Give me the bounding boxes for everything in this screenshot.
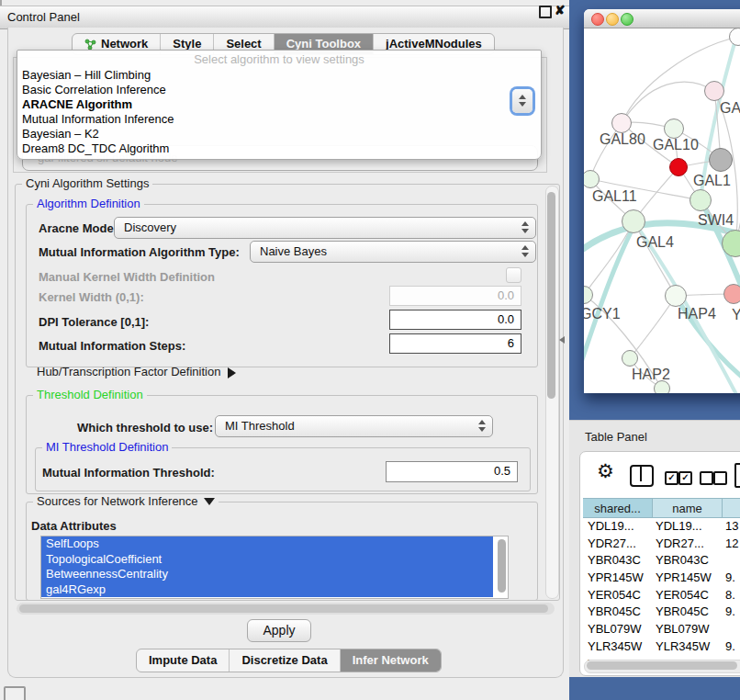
network-node[interactable] [654,380,670,393]
algorithm-combobox-stepper[interactable] [512,89,533,113]
table-row[interactable]: YBL079WYBL079W [583,621,740,638]
algorithm-dropdown-placeholder: Select algorithm to view settings [17,51,541,68]
table-cell: 9. [725,604,740,621]
algorithm-option[interactable]: Bayesian – Hill Climbing [17,68,541,83]
node-label: GAL4 [636,234,674,251]
gear-icon[interactable]: ⚙ [597,460,614,482]
data-attributes-listbox: SelfLoopsTopologicalCoefficientBetweenne… [40,536,509,599]
dpi-tolerance-label: DPI Tolerance [0,1]: [39,315,149,329]
algorithm-option[interactable]: ARACNE Algorithm [17,97,541,112]
tab-impute-data[interactable]: Impute Data [137,649,229,672]
dock-corner-button[interactable] [4,686,26,700]
table-cell: YDR27... [656,536,725,553]
table-row[interactable]: YPR145WYPR145W9. [583,570,740,587]
algorithm-option[interactable]: Mutual Information Inference [17,112,541,127]
network-node[interactable] [665,285,687,307]
table-row[interactable]: YER054CYER054C8. [583,587,740,604]
network-node[interactable] [622,209,645,233]
manual-kernel-checkbox[interactable] [506,267,521,283]
list-scrollbar[interactable] [498,539,506,593]
mi-threshold-field[interactable]: 0.5 [386,461,518,482]
close-icon[interactable]: ✘ [555,3,566,17]
node-label: GAL [720,100,740,117]
node-label: GAL1 [693,173,731,189]
column-header-partial[interactable] [723,498,740,518]
mi-type-combobox[interactable]: Naive Bayes [250,241,536,263]
network-node[interactable] [611,113,632,133]
table-row[interactable]: YBR045CYBR045C9. [583,604,740,621]
network-icon [84,39,96,51]
network-node[interactable] [622,350,638,367]
data-attributes-list: SelfLoopsTopologicalCoefficientBetweenne… [41,536,508,597]
deselect-all-checkbox-icon[interactable] [700,471,713,485]
hub-definition-expander[interactable]: Hub/Transcription Factor Definition [37,365,236,378]
desktop-background-bottom [569,677,740,700]
algorithm-option[interactable]: Bayesian – K2 [17,127,541,141]
network-node[interactable] [723,284,740,304]
cyni-bottom-tabs: Impute Data Discretize Data Infer Networ… [136,649,442,672]
network-node[interactable] [669,158,688,176]
settings-vertical-scrollbar[interactable] [545,186,559,599]
table-panel-title: Table Panel [585,430,647,444]
table-cell [725,621,740,638]
columns-icon[interactable] [630,465,654,487]
close-traffic-light[interactable] [591,13,604,26]
algorithm-option[interactable]: Dream8 DC_TDC Algorithm [17,141,541,156]
select-all-checkbox-icon[interactable]: ✓ [678,471,692,485]
zoom-traffic-light[interactable] [621,13,633,26]
node-label: GCY1 [584,306,621,322]
table-row[interactable]: YBR043CYBR043C [583,552,740,570]
table-cell: 12 [725,536,740,553]
minimize-traffic-light[interactable] [606,13,619,26]
node-label: HAP4 [678,306,716,322]
column-header-name[interactable]: name [653,498,723,518]
table-cell: YDR27... [583,536,656,553]
manual-kernel-label: Manual Kernel Width Definition [39,270,215,284]
aracne-mode-label: Aracne Mode: [39,221,118,235]
table-cell: 9. [725,638,740,656]
tab-infer-network[interactable]: Infer Network [340,649,441,672]
kernel-width-field[interactable]: 0.0 [389,286,521,306]
mi-threshold-label: Mutual Information Threshold: [42,466,215,480]
deselect-all-checkbox-icon[interactable] [713,471,727,485]
table-cell [725,552,740,570]
network-node[interactable] [664,119,684,139]
network-view-window[interactable]: GALGAL80GAL10GAL1GAL11SWI4GAL4GCY1HAP4YH… [584,9,740,393]
network-window-titlebar[interactable] [584,9,740,28]
tab-discretize-data[interactable]: Discretize Data [229,649,339,672]
apply-button[interactable]: Apply [247,619,311,642]
table-cell: YLR345W [583,638,656,656]
data-attribute-item[interactable]: gal4RGexp [41,582,493,598]
which-threshold-combobox[interactable]: MI Threshold [215,415,493,437]
table-cell: YDL19... [656,518,725,536]
aracne-mode-combobox[interactable]: Discovery [114,217,536,239]
algorithm-dropdown-popup: Select algorithm to view settings Bayesi… [17,50,542,160]
table-row[interactable]: YDR27...YDR27...12 [583,536,740,553]
panel-divider-collapse-arrow[interactable] [559,336,565,344]
column-header-shared-name[interactable]: shared... [583,498,653,518]
table-row[interactable]: YLR345WYLR345W9. [583,638,740,656]
settings-horizontal-scrollbar[interactable] [17,603,555,615]
desktop-background: GALGAL80GAL10GAL1GAL11SWI4GAL4GCY1HAP4YH… [569,0,740,420]
data-attribute-item[interactable]: BetweennessCentrality [41,567,493,582]
network-node[interactable] [704,81,724,101]
node-label: Y [732,307,740,323]
select-all-checkbox-icon[interactable]: ✓ [665,471,678,485]
float-window-icon[interactable] [539,6,552,18]
page-icon[interactable] [734,463,740,488]
algorithm-option[interactable]: Basic Correlation Inference [17,83,541,97]
table-cell: YBR045C [583,604,656,621]
node-label: GAL10 [653,137,699,153]
data-attributes-label: Data Attributes [31,519,117,533]
network-node[interactable] [690,189,712,211]
table-row[interactable]: YDL19...YDL19...13 [583,518,740,536]
threshold-definition-title: Threshold Definition [33,388,147,401]
sources-title[interactable]: Sources for Network Inference [33,494,219,508]
dpi-tolerance-field[interactable]: 0.0 [389,310,521,330]
data-attribute-item[interactable]: TopologicalCoefficient [41,552,493,568]
data-attribute-item[interactable]: SelfLoops [41,536,493,552]
table-horizontal-scrollbar[interactable] [584,660,740,673]
mi-steps-field[interactable]: 6 [389,333,521,354]
network-canvas[interactable]: GALGAL80GAL10GAL1GAL11SWI4GAL4GCY1HAP4YH… [584,28,740,393]
network-node[interactable] [709,148,733,172]
